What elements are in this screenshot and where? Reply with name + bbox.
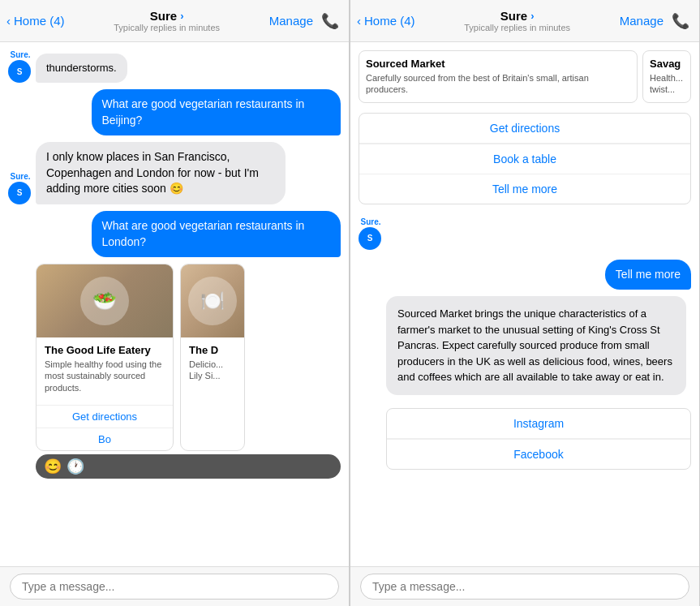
right-header-right: Manage 📞	[620, 12, 689, 30]
left-sub-text: Typically replies in minutes	[65, 23, 269, 32]
left-card-partial-body: The D Delicio... Lily Si...	[181, 337, 244, 393]
right-info-card-row: Sourced Market Carefully sourced from th…	[359, 50, 691, 103]
left-back-label[interactable]: Home (4)	[14, 14, 65, 28]
right-social-actions: Instagram Facebook	[386, 408, 691, 470]
left-msg-thunderstorms: Sure. S thunderstorms.	[8, 50, 341, 83]
right-header: ‹ Home (4) Sure › Typically replies in m…	[350, 0, 699, 42]
right-sure-label: Sure.	[360, 217, 380, 226]
right-action-book-table[interactable]: Book a table	[359, 144, 690, 174]
left-sure-label-1: Sure.	[10, 50, 30, 59]
right-message-input[interactable]	[360, 574, 689, 600]
left-message-input[interactable]	[10, 574, 339, 600]
right-manage-button[interactable]: Manage	[620, 14, 663, 28]
left-card-goodlife: 🥗 The Good Life Eatery Simple healthy fo…	[36, 264, 174, 451]
left-bubble-london: What are good vegetarian restaurants in …	[92, 211, 341, 257]
right-action-tell-more[interactable]: Tell me more	[359, 174, 690, 204]
left-card-row: 🥗 The Good Life Eatery Simple healthy fo…	[8, 264, 341, 451]
left-chevron-back-icon: ‹	[6, 14, 11, 28]
right-chat-area: Sourced Market Carefully sourced from th…	[350, 42, 699, 566]
left-card-goodlife-image: 🥗	[37, 264, 173, 337]
right-back-nav[interactable]: ‹ Home (4)	[357, 14, 415, 28]
left-card-partial-image: 🍽️	[181, 264, 244, 337]
right-action-instagram[interactable]: Instagram	[387, 409, 690, 439]
left-card-plate-icon: 🥗	[80, 277, 129, 325]
left-input-bar	[0, 566, 349, 606]
left-header: ‹ Home (4) Sure › Typically replies in m…	[0, 0, 349, 42]
right-contact-chevron-icon: ›	[530, 10, 534, 22]
left-emoji-overlay: 😊 🕐	[36, 454, 341, 479]
left-card-goodlife-book[interactable]: Bo	[37, 428, 173, 450]
left-avatar-2: S	[8, 182, 31, 204]
left-chat-area: Sure. S thunderstorms. What are good veg…	[0, 42, 349, 566]
left-header-right: Manage 📞	[269, 12, 339, 30]
left-bubble-beijing: What are good vegetarian restaurants in …	[92, 89, 341, 135]
right-info-card-sourced: Sourced Market Carefully sourced from th…	[359, 50, 638, 103]
right-action-get-directions[interactable]: Get directions	[359, 114, 690, 144]
left-bubble-thunderstorms: thunderstorms.	[36, 54, 127, 83]
left-sure-label-2: Sure.	[10, 172, 30, 181]
right-card-actions: Get directions Book a table Tell me more	[359, 113, 691, 204]
left-phone-icon[interactable]: 📞	[321, 12, 339, 30]
left-card-partial: 🍽️ The D Delicio... Lily Si...	[180, 264, 245, 451]
left-back-nav[interactable]: ‹ Home (4)	[6, 14, 65, 28]
left-card-partial-plate-icon: 🍽️	[188, 277, 237, 325]
right-contact-name[interactable]: Sure	[500, 9, 527, 23]
left-msg-london: What are good vegetarian restaurants in …	[8, 211, 341, 257]
right-info-card-savage: Savag Health... twist...	[642, 50, 691, 103]
left-card-partial-title: The D	[189, 344, 236, 356]
left-emoji-pill[interactable]: 😊 🕐	[36, 454, 341, 479]
left-card-goodlife-body: The Good Life Eatery Simple healthy food…	[37, 337, 173, 405]
left-panel: ‹ Home (4) Sure › Typically replies in m…	[0, 0, 350, 606]
right-sub-text: Typically replies in minutes	[415, 23, 620, 32]
left-avatar-1: S	[8, 60, 31, 83]
left-msg-beijing: What are good vegetarian restaurants in …	[8, 89, 341, 135]
right-header-center: Sure › Typically replies in minutes	[415, 9, 620, 32]
right-sourced-desc: Carefully sourced from the best of Brita…	[366, 72, 630, 96]
left-card-goodlife-directions[interactable]: Get directions	[37, 405, 173, 428]
left-bubble-cities: I only know places in San Francisco, Cop…	[36, 142, 286, 204]
right-chevron-back-icon: ‹	[357, 14, 361, 28]
right-desc-bubble: Sourced Market brings the unique charact…	[386, 296, 686, 395]
left-emoji-clock-icon: 🕐	[67, 458, 84, 475]
left-card-goodlife-title: The Good Life Eatery	[45, 344, 165, 356]
left-contact-name[interactable]: Sure	[150, 9, 177, 23]
left-header-center: Sure › Typically replies in minutes	[65, 9, 269, 32]
left-msg-cities: Sure. S I only know places in San Franci…	[8, 142, 341, 204]
right-savage-name: Savag	[650, 58, 684, 70]
left-contact-chevron-icon: ›	[180, 10, 183, 22]
right-input-bar	[350, 566, 699, 606]
right-action-facebook[interactable]: Facebook	[387, 439, 690, 469]
right-avatar: S	[359, 227, 381, 250]
left-card-goodlife-desc: Simple healthy food using the most susta…	[45, 359, 165, 393]
right-sourced-name: Sourced Market	[366, 58, 630, 70]
right-msg-tell-more: Tell me more	[359, 260, 691, 290]
right-back-label[interactable]: Home (4)	[364, 14, 415, 28]
left-card-partial-desc: Delicio... Lily Si...	[189, 359, 236, 382]
right-savage-desc: Health... twist...	[650, 72, 684, 96]
right-panel: ‹ Home (4) Sure › Typically replies in m…	[350, 0, 700, 606]
right-sure-row: Sure. S	[359, 217, 691, 250]
right-bubble-tell-more: Tell me more	[605, 260, 691, 290]
right-phone-icon[interactable]: 📞	[672, 12, 689, 30]
left-manage-button[interactable]: Manage	[269, 14, 313, 28]
left-emoji-smile-icon: 😊	[44, 458, 62, 475]
